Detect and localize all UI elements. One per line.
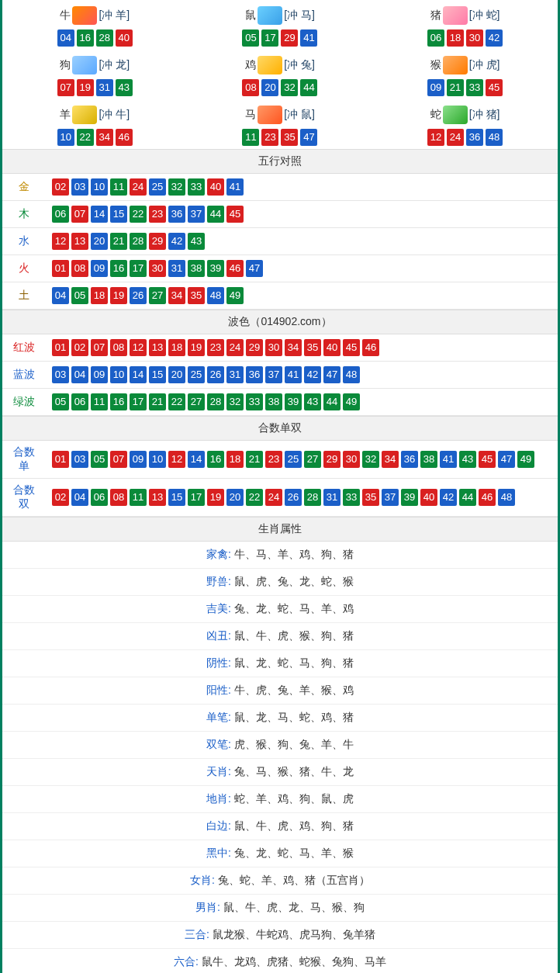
zodiac-clash: [冲 羊] [99,9,130,23]
number-ball: 39 [401,489,418,506]
number-ball: 44 [323,393,340,410]
attribute-value: 鼠龙猴、牛蛇鸡、虎马狗、兔羊猪 [213,928,375,940]
number-balls: 02031011242532334041 [52,178,551,196]
row-label: 水 [2,228,46,255]
number-ball: 05 [91,451,108,468]
zodiac-clash: [冲 蛇] [469,9,500,23]
number-ball: 08 [242,79,259,96]
number-ball: 16 [207,451,224,468]
number-ball: 40 [420,489,437,506]
number-ball: 28 [304,489,321,506]
number-ball: 37 [382,489,399,506]
table-row: 木06071415222336374445 [2,201,558,228]
number-ball: 30 [149,260,166,277]
number-ball: 26 [207,366,224,383]
number-ball: 06 [71,393,88,410]
number-ball: 45 [343,339,360,356]
number-ball: 09 [91,366,108,383]
number-ball: 01 [52,451,69,468]
number-ball: 07 [57,79,74,96]
number-ball: 11 [130,489,147,506]
attribute-row: 单笔: 鼠、龙、马、蛇、鸡、猪 [2,705,558,732]
section-header-shuxing: 生肖属性 [2,517,558,542]
number-ball: 25 [149,178,166,196]
zodiac-clash: [冲 龙] [99,58,130,72]
number-ball: 27 [149,287,166,304]
attribute-value: 牛、虎、兔、羊、猴、鸡 [234,684,354,696]
number-ball: 27 [304,451,321,468]
number-ball: 43 [304,393,321,410]
attribute-value: 兔、马、猴、猪、牛、龙 [234,765,354,777]
number-ball: 46 [362,339,379,356]
number-ball: 38 [265,393,282,410]
number-ball: 39 [207,260,224,277]
attribute-value: 蛇、羊、鸡、狗、鼠、虎 [234,792,354,805]
zodiac-name: 猴 [430,58,441,72]
number-ball: 11 [91,393,108,410]
number-ball: 18 [168,339,185,356]
number-ball: 35 [188,287,205,304]
number-ball: 17 [261,29,278,47]
attribute-row: 女肖: 兔、蛇、羊、鸡、猪（五宫肖） [2,867,558,895]
table-row: 红波0102070812131819232429303435404546 [2,334,558,362]
zodiac-cell: 猴[冲 虎]09213345 [372,50,558,99]
zodiac-row-top: 羊[冲 牛] [2,104,188,126]
zodiac-cell: 马[冲 鼠]11233547 [188,99,373,149]
number-ball: 33 [188,178,205,196]
attribute-row: 白边: 鼠、牛、虎、鸡、狗、猪 [2,813,558,840]
number-ball: 14 [91,206,108,223]
number-ball: 32 [168,178,185,196]
number-ball: 43 [116,79,133,96]
number-ball: 04 [71,489,88,506]
row-numbers: 04051819262734354849 [46,282,558,310]
number-balls: 0103050709101214161821232527293032343638… [52,451,551,468]
number-ball: 15 [110,206,127,223]
number-ball: 34 [96,129,113,146]
number-ball: 15 [168,489,185,506]
attribute-row: 阳性: 牛、虎、兔、羊、猴、鸡 [2,677,558,705]
number-ball: 06 [427,29,444,47]
attribute-label: 阳性: [206,684,234,696]
number-balls: 09213345 [372,79,558,96]
zodiac-name: 狗 [60,58,71,72]
number-ball: 24 [447,129,464,146]
number-ball: 49 [517,451,534,468]
number-ball: 05 [52,393,69,410]
number-ball: 19 [188,339,205,356]
number-ball: 07 [91,339,108,356]
number-ball: 46 [479,489,496,506]
number-balls: 04162840 [2,29,188,47]
number-ball: 42 [440,489,457,506]
number-ball: 08 [110,339,127,356]
number-ball: 45 [479,451,496,468]
table-row: 土04051819262734354849 [2,282,558,310]
attribute-value: 虎、猴、狗、兔、羊、牛 [234,738,354,750]
attribute-label: 地肖: [206,792,234,805]
zodiac-clash: [冲 马] [284,9,315,23]
number-ball: 35 [362,489,379,506]
number-ball: 12 [130,339,147,356]
number-balls: 05061116172122272832333839434449 [52,393,551,410]
row-numbers: 0102070812131819232429303435404546 [46,334,558,362]
number-ball: 38 [188,260,205,277]
number-ball: 22 [246,489,263,506]
number-ball: 13 [71,233,88,250]
attribute-row: 三合: 鼠龙猴、牛蛇鸡、虎马狗、兔羊猪 [2,922,558,949]
page-container: 牛[冲 羊]04162840鼠[冲 马]05172941猪[冲 蛇]061830… [0,0,560,973]
number-ball: 29 [246,339,263,356]
number-ball: 44 [300,79,317,96]
number-ball: 27 [188,393,205,410]
number-ball: 12 [52,233,69,250]
row-numbers: 0108091617303138394647 [46,255,558,282]
zodiac-cell: 羊[冲 牛]10223446 [2,99,188,149]
attribute-row: 凶丑: 鼠、牛、虎、猴、狗、猪 [2,623,558,650]
number-ball: 23 [261,129,278,146]
number-ball: 10 [91,178,108,196]
attribute-label: 白边: [206,819,234,832]
number-ball: 25 [188,366,205,383]
number-ball: 16 [110,260,127,277]
number-ball: 29 [281,29,298,47]
number-ball: 16 [77,29,94,47]
zodiac-icon [258,106,282,124]
number-ball: 36 [246,366,263,383]
